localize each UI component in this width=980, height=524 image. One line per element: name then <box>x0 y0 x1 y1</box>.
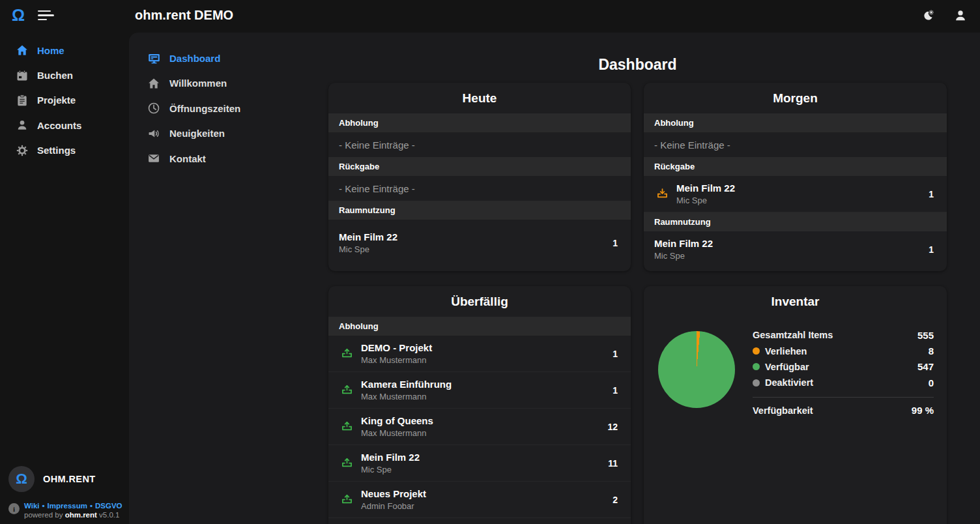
account-icon[interactable] <box>953 8 968 23</box>
sidebar-item-settings[interactable]: Settings <box>0 138 129 163</box>
item-title: Mein Film 22 <box>654 237 922 250</box>
inventory-pie-chart <box>658 331 735 408</box>
list-item[interactable]: Mein Film 22 Mic Spe 1 <box>644 231 947 267</box>
legend-row-total: Gesamtzahl Items 555 <box>753 327 934 343</box>
item-title: Mein Film 22 <box>339 231 606 244</box>
sidebar-item-label: Buchen <box>37 70 73 81</box>
pickup-unarchive-up-icon <box>339 383 354 398</box>
legend-label: Verliehen <box>765 346 807 357</box>
inventory-legend: Gesamtzahl Items 555 Verliehen 8 <box>753 327 934 418</box>
link-separator: • <box>90 502 93 510</box>
sidebar-item-home[interactable]: Home <box>0 38 129 63</box>
item-subtitle: Mic Spe <box>654 250 922 261</box>
subnav-item-willkommen[interactable]: Willkommen <box>147 71 328 96</box>
item-count: 11 <box>608 458 618 469</box>
app-logo-omega-icon[interactable]: Ω <box>9 7 27 23</box>
legend-value: 555 <box>917 330 934 341</box>
sidebar-item-accounts[interactable]: Accounts <box>0 113 129 138</box>
section-header-raumnutzung: Raumnutzung <box>644 212 947 231</box>
legend-row-verliehen: Verliehen 8 <box>753 343 934 358</box>
item-count: 2 <box>612 495 618 505</box>
item-subtitle: Admin Foobar <box>361 501 606 512</box>
legend-label: Verfügbarkeit <box>753 405 813 416</box>
legend-value: 547 <box>917 361 934 372</box>
list-item[interactable]: Mein Film 22 Mic Spe 11 <box>328 445 631 482</box>
item-count: 1 <box>612 385 618 396</box>
return-archive-down-icon <box>654 187 670 201</box>
item-title: DEMO - Projekt <box>361 342 606 355</box>
item-subtitle: Mic Spe <box>361 464 601 475</box>
wiki-link[interactable]: Wiki <box>24 502 40 510</box>
sidebar: Home Buchen Projekte <box>0 31 129 524</box>
sidebar-item-label: Settings <box>37 145 76 156</box>
green-dot-icon <box>753 363 760 370</box>
menu-icon[interactable] <box>38 10 55 21</box>
list-item[interactable]: Kamera Einführung Max Mustermann 1 <box>328 372 631 409</box>
home-icon <box>147 76 161 91</box>
card-title: Überfällig <box>328 286 631 317</box>
monitor-icon <box>147 51 161 65</box>
main-panel: Dashboard Willkommen Öffnungszeiten <box>129 33 980 524</box>
powered-by: powered by ohm.rent v5.0.1 <box>24 511 122 519</box>
section-header-abholung: Abholung <box>328 113 631 132</box>
item-title: Kamera Einführung <box>361 378 606 391</box>
list-item[interactable]: Mein Film 22 Mic Spe 1 <box>644 176 947 212</box>
pickup-unarchive-up-icon <box>339 420 354 434</box>
item-subtitle: Max Mustermann <box>361 391 606 402</box>
legend-label: Deaktiviert <box>765 377 813 388</box>
theme-toggle-icon[interactable] <box>920 8 936 23</box>
item-title: Mein Film 22 <box>361 451 601 464</box>
footer-brand-name: OHM.RENT <box>43 474 96 484</box>
sidebar-item-projekte[interactable]: Projekte <box>0 88 129 113</box>
subnav-item-dashboard[interactable]: Dashboard <box>147 46 328 71</box>
section-header-rueckgabe: Rückgabe <box>328 157 631 176</box>
powered-version: v5.0.1 <box>99 511 119 519</box>
legend-label: Verfügbar <box>765 362 809 372</box>
item-count: 1 <box>929 244 934 255</box>
card-heute: Heute Abholung - Keine Einträge - Rückga… <box>328 83 631 271</box>
legend-value: 8 <box>929 345 934 357</box>
legend-value: 99 % <box>912 405 934 416</box>
subnav-item-neuigkeiten[interactable]: Neuigkeiten <box>147 121 328 147</box>
list-item[interactable]: Mein Film 22 Mic Spe 1 <box>328 220 631 266</box>
sidebar-item-buchen[interactable]: Buchen <box>0 63 129 87</box>
clock-icon <box>147 101 161 115</box>
item-subtitle: Max Mustermann <box>361 355 606 366</box>
item-subtitle: Mic Spe <box>339 244 606 255</box>
subnav-item-label: Öffnungszeiten <box>169 103 240 114</box>
topbar-actions <box>920 8 971 23</box>
sidebar-item-label: Home <box>37 45 65 56</box>
card-title: Inventar <box>644 286 947 317</box>
list-item[interactable]: King of Queens Max Mustermann 12 <box>328 409 631 445</box>
link-separator: • <box>42 502 45 510</box>
list-item[interactable]: Neues Projekt <box>328 518 631 524</box>
list-item[interactable]: DEMO - Projekt Max Mustermann 1 <box>328 336 631 372</box>
list-item[interactable]: Neues Projekt Admin Foobar 2 <box>328 482 631 518</box>
legend-value: 0 <box>929 377 934 388</box>
legend-label: Gesamtzahl Items <box>753 330 833 340</box>
empty-entries: - Keine Einträge - <box>644 132 947 157</box>
home-icon <box>15 43 29 57</box>
card-ueberfaellig: Überfällig Abholung DEMO - Projekt <box>328 286 631 524</box>
footer-logo-omega-icon: Ω <box>8 466 35 492</box>
subnav-item-kontakt[interactable]: Kontakt <box>147 146 328 171</box>
envelope-icon <box>147 151 161 166</box>
gray-dot-icon <box>753 379 760 386</box>
section-header-abholung: Abholung <box>644 113 947 132</box>
calendar-icon <box>15 68 29 83</box>
impressum-link[interactable]: Impressum <box>48 502 87 510</box>
item-subtitle: Max Mustermann <box>361 428 601 439</box>
gear-icon <box>15 143 29 158</box>
item-count: 1 <box>929 189 934 199</box>
legend-row-verfuegbar: Verfügbar 547 <box>753 359 934 375</box>
subnav-item-label: Neuigkeiten <box>169 128 225 139</box>
legend-row-deaktiviert: Deaktiviert 0 <box>753 375 934 390</box>
app-title: ohm.rent DEMO <box>135 8 233 23</box>
subnav-item-oeffnungszeiten[interactable]: Öffnungszeiten <box>147 96 328 121</box>
item-subtitle: Mic Spe <box>676 195 922 206</box>
clipboard-icon <box>15 93 29 108</box>
sidebar-item-label: Accounts <box>37 120 81 131</box>
sidebar-footer: Ω OHM.RENT i Wiki•Impressum•DSGVO powere… <box>0 466 129 524</box>
dsgvo-link[interactable]: DSGVO <box>95 502 122 510</box>
pickup-unarchive-up-icon <box>339 456 354 471</box>
